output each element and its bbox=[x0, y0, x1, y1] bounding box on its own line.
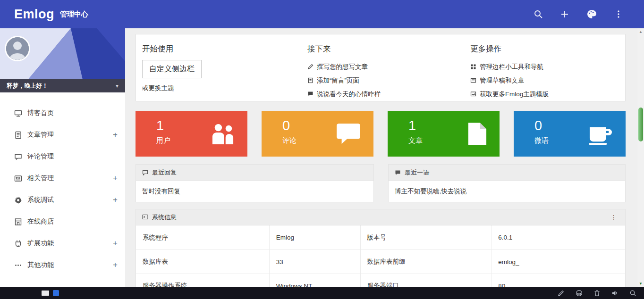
table-cell-value: 6.0.1 bbox=[491, 225, 625, 249]
kebab-menu-icon[interactable]: ⋮ bbox=[609, 214, 619, 221]
sidebar-item-system-debug[interactable]: 系统调试 + bbox=[0, 189, 125, 211]
user-greeting-dropdown[interactable]: 释梦，晚上好！ ▾ bbox=[0, 79, 125, 92]
section-title: 更多操作 bbox=[470, 44, 625, 54]
sidebar-item-label: 在线商店 bbox=[27, 217, 54, 226]
article-icon bbox=[14, 131, 22, 139]
reply-bubble-icon bbox=[142, 170, 148, 176]
quickstart-next-column: 接下来 撰写您的想写文章 添加“留言”页面 说说看今天的心情咋样 bbox=[307, 44, 470, 101]
link-label: 管理草稿和文章 bbox=[480, 76, 525, 85]
taskbar-left-items bbox=[42, 290, 59, 296]
recent-note-panel: 最近一语 博主不知要说啥,快去说说 bbox=[388, 164, 626, 202]
expand-plus-icon[interactable]: + bbox=[113, 174, 118, 183]
topbar: Emlog 管理中心 bbox=[0, 0, 644, 28]
customize-sidebar-button[interactable]: 自定义侧边栏 bbox=[142, 60, 202, 78]
sidebar-item-label: 评论管理 bbox=[27, 152, 54, 161]
expand-plus-icon[interactable]: + bbox=[113, 239, 118, 248]
sidebar-item-label: 文章管理 bbox=[27, 131, 54, 139]
quickstart-start-column: 开始使用 自定义侧边栏 或更换主题 bbox=[142, 44, 307, 101]
stat-comments[interactable]: 0 评论 bbox=[262, 111, 373, 157]
table-cell-label: 系统程序 bbox=[136, 225, 270, 249]
add-guestbook-page-link[interactable]: 添加“留言”页面 bbox=[307, 74, 470, 87]
table-cell-value: emlog_ bbox=[491, 249, 625, 274]
scrollbar-thumb[interactable] bbox=[638, 108, 643, 141]
manage-widgets-link[interactable]: 管理边栏小工具和导航 bbox=[470, 60, 625, 74]
note-bubble-icon bbox=[395, 170, 401, 176]
plugin-icon bbox=[14, 240, 22, 248]
system-info-table: 系统程序 Emlog 版本号 6.0.1 数据库表 33 数据库表前缀 emlo… bbox=[136, 225, 625, 287]
sidebar-menu: 博客首页 文章管理 + 评论管理 相关管理 + 系统调试 bbox=[0, 92, 125, 276]
taskbar-app-icon[interactable] bbox=[42, 291, 49, 296]
manage-drafts-link[interactable]: 管理草稿和文章 bbox=[470, 74, 625, 87]
post-mood-link[interactable]: 说说看今天的心情咋样 bbox=[307, 87, 470, 101]
panel-header: 最近一语 bbox=[389, 165, 625, 181]
sidebar-item-blog-home[interactable]: 博客首页 bbox=[0, 102, 125, 124]
emlog-admin-dashboard: { "topbar": { "logo": "Emlog", "title": … bbox=[0, 0, 644, 299]
write-article-link[interactable]: 撰写您的想写文章 bbox=[307, 60, 470, 74]
quickstart-card: 开始使用 自定义侧边栏 或更换主题 接下来 撰写您的想写文章 添加“留言”页面 … bbox=[136, 34, 626, 101]
comment-bubble-icon bbox=[336, 123, 361, 145]
stat-articles[interactable]: 1 文章 bbox=[388, 111, 500, 157]
trash-icon[interactable] bbox=[593, 290, 601, 297]
terminal-icon bbox=[142, 214, 148, 220]
magnifier-icon[interactable] bbox=[629, 290, 636, 297]
sidebar-item-comments[interactable]: 评论管理 bbox=[0, 146, 125, 167]
section-title: 开始使用 bbox=[142, 44, 307, 54]
taskbar-app-icon-blue[interactable] bbox=[53, 290, 59, 296]
panel-title: 最近一语 bbox=[405, 168, 429, 177]
emlog-logo: Emlog bbox=[14, 7, 54, 22]
document-icon bbox=[467, 122, 487, 146]
link-label: 撰写您的想写文章 bbox=[317, 63, 368, 71]
expand-plus-icon[interactable]: + bbox=[113, 195, 118, 205]
expand-plus-icon[interactable]: + bbox=[113, 130, 118, 140]
chevron-down-icon: ▾ bbox=[116, 83, 119, 89]
pencil-icon bbox=[307, 64, 314, 70]
sidebar-item-store[interactable]: 在线商店 bbox=[0, 211, 125, 233]
stat-users[interactable]: 1 用户 bbox=[136, 111, 247, 157]
pen-icon[interactable] bbox=[558, 290, 565, 297]
main-content: 开始使用 自定义侧边栏 或更换主题 接下来 撰写您的想写文章 添加“留言”页面 … bbox=[125, 28, 637, 287]
add-icon[interactable] bbox=[560, 9, 569, 19]
quickstart-more-column: 更多操作 管理边栏小工具和导航 管理草稿和文章 获取更多Emlog主题模版 bbox=[470, 44, 625, 101]
vertical-scrollbar[interactable]: ▲ ▼ bbox=[637, 28, 644, 287]
store-icon bbox=[14, 218, 22, 226]
widgets-grid-icon bbox=[470, 64, 476, 70]
table-cell-label: 服务器操作系统 bbox=[136, 274, 270, 287]
theme-template-icon bbox=[470, 91, 476, 97]
sidebar-item-related[interactable]: 相关管理 + bbox=[0, 167, 125, 189]
recent-note-text[interactable]: 博主不知要说啥,快去说说 bbox=[389, 181, 625, 202]
stat-microblog[interactable]: 0 微语 bbox=[514, 111, 626, 157]
expand-plus-icon[interactable]: + bbox=[113, 260, 118, 270]
sidebar-item-articles[interactable]: 文章管理 + bbox=[0, 124, 125, 146]
recent-replies-panel: 最近回复 暂时没有回复 bbox=[136, 164, 374, 202]
scroll-up-arrow[interactable]: ▲ bbox=[637, 28, 644, 35]
coffee-cup-icon bbox=[588, 123, 613, 145]
get-themes-link[interactable]: 获取更多Emlog主题模版 bbox=[470, 87, 625, 101]
drafts-icon bbox=[470, 77, 476, 83]
stat-tiles: 1 用户 0 评论 1 文章 bbox=[136, 111, 626, 157]
avatar[interactable] bbox=[5, 36, 30, 61]
scroll-down-arrow[interactable]: ▼ bbox=[637, 280, 644, 287]
gear-icon bbox=[14, 196, 22, 204]
system-info-panel: 系统信息 ⋮ 系统程序 Emlog 版本号 6.0.1 数据库表 33 数据库表… bbox=[136, 209, 626, 287]
change-theme-link[interactable]: 或更换主题 bbox=[142, 84, 307, 92]
sidebar-item-label: 相关管理 bbox=[27, 174, 54, 183]
section-title: 接下来 bbox=[307, 44, 470, 54]
sidebar-item-extensions[interactable]: 扩展功能 + bbox=[0, 233, 125, 254]
panel-title: 系统信息 bbox=[152, 213, 177, 222]
sidebar-item-label: 其他功能 bbox=[27, 261, 54, 269]
speaker-icon[interactable] bbox=[611, 290, 619, 297]
table-cell-label: 服务器端口 bbox=[361, 274, 492, 287]
chat-bubble-icon bbox=[307, 91, 314, 97]
search-icon[interactable] bbox=[534, 9, 543, 19]
sidebar-item-other[interactable]: 其他功能 + bbox=[0, 254, 125, 276]
edge-browser-icon[interactable] bbox=[576, 290, 583, 297]
taskbar bbox=[0, 287, 644, 299]
admin-center-title: 管理中心 bbox=[60, 10, 88, 19]
sidebar-item-label: 系统调试 bbox=[27, 196, 54, 204]
users-icon bbox=[211, 123, 235, 145]
more-menu-icon[interactable] bbox=[614, 9, 623, 19]
link-label: 管理边栏小工具和导航 bbox=[480, 63, 543, 71]
theme-palette-icon[interactable] bbox=[586, 9, 597, 19]
sidebar-item-label: 扩展功能 bbox=[27, 239, 54, 248]
link-label: 添加“留言”页面 bbox=[317, 76, 359, 85]
